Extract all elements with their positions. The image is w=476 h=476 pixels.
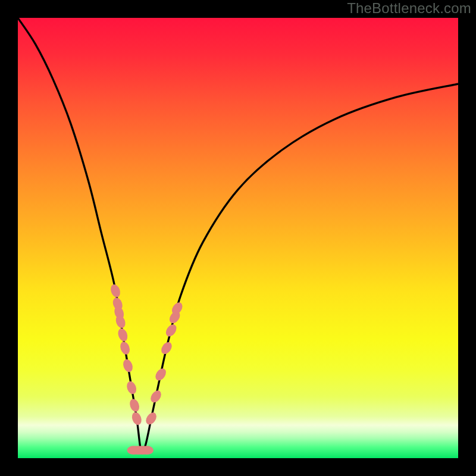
plot-area [18, 18, 458, 458]
data-chip [121, 358, 134, 374]
data-chip [154, 367, 168, 383]
data-chip [159, 340, 174, 356]
data-chip [109, 283, 122, 299]
watermark-text: TheBottleneck.com [347, 0, 471, 17]
data-chip [164, 322, 178, 339]
curve-layer [18, 18, 458, 458]
data-chip [144, 411, 159, 427]
data-chip [117, 327, 130, 343]
data-chip [125, 380, 138, 396]
chips-group [109, 283, 184, 455]
bottleneck-curve [18, 18, 458, 453]
chart-container: TheBottleneck.com [0, 0, 476, 476]
data-chip [140, 446, 154, 455]
data-chip [149, 389, 164, 405]
data-chip [130, 411, 143, 426]
data-chip [128, 397, 141, 413]
data-chip [118, 340, 131, 356]
